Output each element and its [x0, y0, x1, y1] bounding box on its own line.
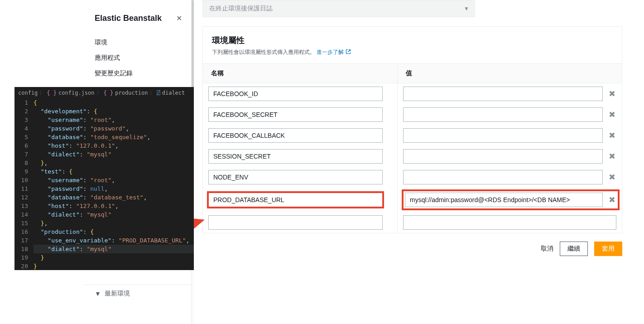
sidebar-item[interactable]: 變更歷史記錄	[83, 66, 191, 81]
line-gutter: 123456789101112131415161718192021	[14, 98, 34, 270]
caret-down-icon: ▼	[464, 5, 469, 12]
panel-title: 環境屬性	[212, 35, 613, 46]
remove-row-icon[interactable]: ✖	[607, 151, 616, 161]
property-name-input[interactable]	[208, 107, 383, 122]
continue-button[interactable]: 繼續	[560, 242, 588, 256]
sidebar-item[interactable]: 環境	[83, 35, 191, 50]
property-value-input[interactable]	[403, 87, 603, 101]
recent-environments-toggle[interactable]: ▼ 最新環境	[83, 285, 191, 302]
property-name-input[interactable]	[208, 149, 383, 164]
column-header-name: 名稱	[203, 64, 398, 83]
external-link-icon	[346, 49, 351, 54]
recent-environments-label: 最新環境	[105, 290, 130, 298]
remove-row-icon[interactable]: ✖	[607, 195, 616, 205]
apply-button[interactable]: 套用	[594, 242, 622, 256]
table-row: ✖	[203, 104, 622, 125]
property-value-input[interactable]	[403, 128, 603, 143]
log-protection-expander[interactable]: 在終止環境後保護日誌 ▼	[202, 0, 475, 17]
code-area[interactable]: { "development": { "username": "root", "…	[34, 98, 194, 270]
property-value-input[interactable]	[403, 170, 603, 184]
table-row: ✖	[203, 188, 622, 212]
table-row: ✖	[203, 125, 622, 146]
property-value-input[interactable]	[405, 193, 603, 207]
cancel-button[interactable]: 取消	[541, 245, 553, 253]
remove-row-icon[interactable]: ✖	[607, 110, 616, 120]
env-properties-panel: 環境屬性 下列屬性會以環境屬性形式傳入應用程式。 進一步了解 名稱 值 ✖✖✖✖…	[202, 26, 622, 233]
property-name-input[interactable]	[208, 128, 383, 143]
table-row: ✖	[203, 83, 622, 105]
expander-title: 在終止環境後保護日誌	[209, 5, 273, 13]
remove-row-icon[interactable]: ✖	[607, 89, 616, 99]
table-row	[203, 212, 622, 233]
sidebar-title: Elastic Beanstalk	[95, 14, 162, 23]
property-value-input[interactable]	[403, 107, 603, 122]
table-row: ✖	[203, 167, 622, 188]
column-header-value: 值	[398, 64, 622, 83]
remove-row-icon[interactable]: ✖	[607, 131, 616, 140]
property-value-input[interactable]	[403, 149, 603, 164]
remove-row-icon[interactable]: ✖	[607, 172, 616, 182]
code-editor: config〉{ } config.json〉{ } production〉⍁ …	[14, 87, 194, 270]
learn-more-link[interactable]: 進一步了解	[317, 49, 351, 55]
sidebar-item[interactable]: 應用程式	[83, 50, 191, 66]
table-row: ✖	[203, 146, 622, 167]
main-content: 在終止環境後保護日誌 ▼ 環境屬性 下列屬性會以環境屬性形式傳入應用程式。 進一…	[192, 0, 622, 324]
panel-description: 下列屬性會以環境屬性形式傳入應用程式。 進一步了解	[212, 48, 613, 56]
env-properties-table: 名稱 值 ✖✖✖✖✖✖	[203, 64, 622, 233]
property-name-input[interactable]	[208, 193, 383, 207]
breadcrumb: config〉{ } config.json〉{ } production〉⍁ …	[14, 87, 194, 98]
caret-down-icon: ▼	[95, 290, 101, 297]
property-name-input[interactable]	[208, 170, 383, 184]
close-icon[interactable]: ✕	[176, 14, 182, 23]
property-value-input[interactable]	[403, 215, 616, 230]
actions-row: 取消 繼續 套用	[192, 233, 622, 256]
property-name-input[interactable]	[208, 215, 383, 230]
property-name-input[interactable]	[208, 87, 383, 101]
